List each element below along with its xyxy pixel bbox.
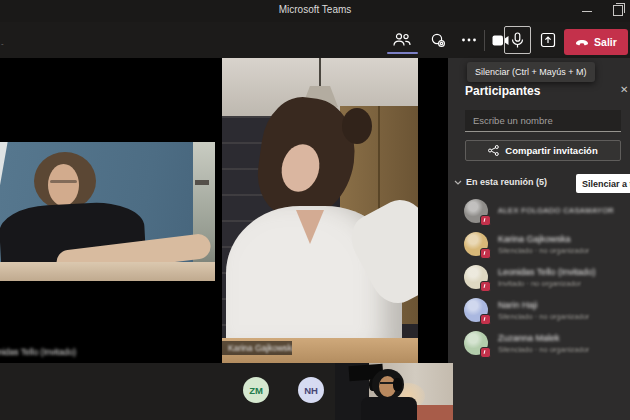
participant-name: Narin Haji bbox=[498, 300, 538, 310]
participant-subtitle: Silenciado · no organizador bbox=[498, 246, 589, 255]
window-titlebar: Microsoft Teams bbox=[0, 0, 630, 22]
muted-mic-badge bbox=[480, 248, 491, 259]
panel-title: Participantes bbox=[465, 84, 540, 98]
self-video-feed bbox=[335, 363, 453, 420]
minimize-icon[interactable] bbox=[582, 11, 592, 12]
share-tray-icon bbox=[540, 32, 556, 48]
muted-mic-badge bbox=[480, 314, 491, 325]
video-feed-1 bbox=[0, 142, 215, 281]
participant-name: ALEX FOLGADO CASAMAYOR bbox=[498, 206, 614, 215]
participant-row[interactable]: Leonidas Tello (Invitado) Invitado · no … bbox=[448, 262, 630, 295]
section-label: En esta reunión (5) bbox=[466, 177, 547, 187]
active-tab-underline bbox=[387, 52, 418, 54]
microphone-button[interactable] bbox=[504, 26, 531, 54]
share-content-button[interactable] bbox=[536, 27, 560, 53]
participants-button[interactable] bbox=[386, 28, 418, 52]
meeting-toolbar: :-- bbox=[0, 22, 630, 58]
participant-row[interactable]: Zuzanna Malek Silenciado · no organizado… bbox=[448, 328, 630, 361]
close-panel-icon[interactable]: ✕ bbox=[620, 84, 628, 95]
muted-mic-badge bbox=[480, 215, 491, 226]
participant-row[interactable]: Karina Gajkowska Silenciado · no organiz… bbox=[448, 229, 630, 262]
restore-window-icon[interactable] bbox=[613, 5, 623, 16]
mute-all-button[interactable]: Silenciar a todos bbox=[576, 174, 630, 193]
participants-panel: Participantes ✕ Compartir invitación En … bbox=[448, 58, 630, 420]
people-icon bbox=[392, 32, 412, 48]
video-name-label: Leonidas Tello (Invitado) bbox=[0, 347, 76, 357]
video-tile-1[interactable]: Leonidas Tello (Invitado) bbox=[0, 58, 215, 363]
participant-subtitle: Silenciado · no organizador bbox=[498, 345, 589, 354]
video-name-label: Karina Gajkowska bbox=[222, 341, 292, 355]
microphone-icon bbox=[511, 32, 524, 49]
video-stage: Leonidas Tello (Invitado) Karina Gajkows… bbox=[0, 58, 450, 363]
share-invite-button[interactable]: Compartir invitación bbox=[465, 140, 621, 161]
self-view-video[interactable] bbox=[335, 363, 453, 420]
meeting-timer: :-- bbox=[0, 39, 5, 48]
participant-name: Zuzanna Malek bbox=[498, 333, 560, 343]
share-invite-label: Compartir invitación bbox=[505, 145, 597, 156]
hangup-phone-icon bbox=[575, 37, 589, 47]
participant-name: Leonidas Tello (Invitado) bbox=[498, 267, 595, 277]
more-actions-button[interactable] bbox=[456, 28, 482, 52]
participant-subtitle: Invitado · no organizador bbox=[498, 279, 581, 288]
in-meeting-section-header[interactable]: En esta reunión (5) bbox=[454, 177, 547, 187]
participant-name: Karina Gajkowska bbox=[498, 234, 571, 244]
video-tile-2[interactable]: Karina Gajkowska bbox=[222, 58, 450, 363]
muted-mic-badge bbox=[480, 347, 491, 358]
window-title: Microsoft Teams bbox=[0, 4, 630, 15]
teams-meeting-window: Microsoft Teams :-- bbox=[0, 0, 630, 420]
share-network-icon bbox=[488, 145, 499, 156]
video-feed-2 bbox=[222, 58, 418, 363]
breakout-rooms-button[interactable] bbox=[424, 28, 452, 52]
toolbar-divider bbox=[484, 30, 485, 51]
mute-tooltip: Silenciar (Ctrl + Mayús + M) bbox=[467, 62, 595, 82]
leave-call-button[interactable]: Salir bbox=[564, 29, 628, 55]
search-participant-input[interactable] bbox=[465, 110, 621, 132]
participant-row[interactable]: Narin Haji Silenciado · no organizador bbox=[448, 295, 630, 328]
participant-row[interactable]: ALEX FOLGADO CASAMAYOR bbox=[448, 196, 630, 229]
initials-avatar-zm[interactable]: ZM bbox=[243, 377, 269, 403]
leave-call-label: Salir bbox=[594, 36, 617, 48]
more-dots-icon bbox=[461, 37, 477, 43]
breakout-rooms-icon bbox=[429, 32, 447, 49]
initials-avatar-nh[interactable]: NH bbox=[298, 377, 324, 403]
participant-subtitle: Silenciado · no organizador bbox=[498, 312, 589, 321]
chevron-down-icon bbox=[454, 180, 462, 185]
muted-mic-badge bbox=[480, 281, 491, 292]
